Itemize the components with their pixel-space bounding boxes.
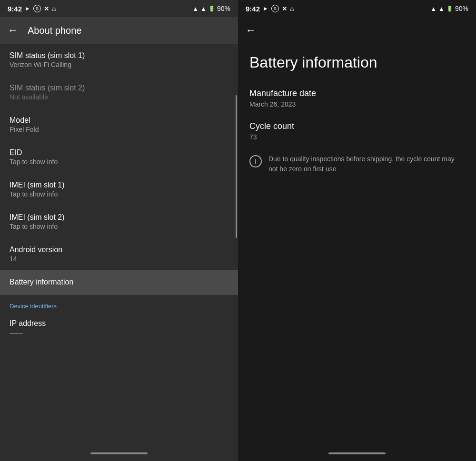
device-identifiers-section-header: Device identifiers	[0, 295, 238, 312]
right-time: 9:42	[246, 5, 260, 13]
settings-item-android-version[interactable]: Android version 14	[0, 238, 238, 270]
imei-2-title: IMEI (sim slot 2)	[10, 213, 228, 222]
battery-page-title: Battery information	[249, 53, 465, 71]
right-wifi-icon: ▲	[430, 5, 436, 12]
cycle-count-section: Cycle count 73	[249, 121, 465, 141]
left-status-bar-left: 9:42 ► S ✕ ⌂	[8, 5, 56, 13]
settings-item-ip-address[interactable]: IP address ——	[0, 312, 238, 344]
settings-item-battery-information[interactable]: Battery information	[0, 270, 238, 295]
left-telegram-icon: ►	[25, 5, 30, 12]
right-telegram-icon: ►	[263, 5, 268, 12]
left-battery-percent: 90%	[217, 5, 230, 12]
right-status-bar-left: 9:42 ► S ✕ ⌂	[246, 5, 294, 13]
info-note-text: Due to quality inspections before shippi…	[268, 154, 465, 174]
right-battery-icon: 🔋	[446, 6, 453, 12]
right-threads-icon: S	[271, 5, 279, 12]
right-top-bar: ←	[238, 17, 476, 44]
android-version-subtitle: 14	[10, 255, 228, 263]
left-status-bar-right: ▲ ▲ 🔋 90%	[192, 5, 230, 12]
sim-slot-1-title: SIM status (sim slot 1)	[10, 51, 228, 60]
left-battery-icon: 🔋	[208, 6, 215, 12]
manufacture-date-section: Manufacture date March 26, 2023	[249, 88, 465, 108]
left-threads-icon: S	[33, 5, 41, 12]
android-version-title: Android version	[10, 245, 228, 254]
battery-information-title: Battery information	[10, 278, 228, 286]
imei-1-title: IMEI (sim slot 1)	[10, 181, 228, 189]
eid-subtitle: Tap to show info	[10, 158, 228, 166]
right-x-icon: ✕	[282, 5, 287, 12]
ip-address-title: IP address	[10, 319, 228, 328]
info-circle-icon: i	[249, 155, 262, 167]
right-status-bar: 9:42 ► S ✕ ⌂ ▲ ▲ 🔋 90%	[238, 0, 476, 17]
settings-item-sim-slot-1[interactable]: SIM status (sim slot 1) Verizon Wi-Fi Ca…	[0, 44, 238, 76]
cycle-count-value: 73	[249, 133, 465, 141]
left-bottom-nav	[0, 450, 238, 461]
left-signal-icon: ▲	[200, 5, 207, 12]
right-home-icon: ⌂	[290, 5, 294, 12]
left-time: 9:42	[8, 5, 22, 13]
settings-item-eid[interactable]: EID Tap to show info	[0, 141, 238, 173]
left-x-icon: ✕	[44, 5, 49, 12]
left-home-indicator	[90, 452, 148, 454]
left-settings-list: SIM status (sim slot 1) Verizon Wi-Fi Ca…	[0, 44, 238, 450]
model-title: Model	[10, 116, 228, 125]
manufacture-date-label: Manufacture date	[249, 88, 465, 98]
left-page-title: About phone	[28, 25, 81, 36]
left-wifi-icon: ▲	[192, 5, 198, 12]
left-panel: 9:42 ► S ✕ ⌂ ▲ ▲ 🔋 90% ← About phone SIM…	[0, 0, 238, 461]
left-home-icon: ⌂	[52, 5, 56, 12]
model-subtitle: Pixel Fold	[10, 126, 228, 133]
left-status-bar: 9:42 ► S ✕ ⌂ ▲ ▲ 🔋 90%	[0, 0, 238, 17]
right-status-bar-right: ▲ ▲ 🔋 90%	[430, 5, 468, 12]
right-bottom-nav	[238, 450, 476, 461]
right-signal-icon: ▲	[438, 5, 445, 12]
left-top-bar: ← About phone	[0, 17, 238, 44]
settings-item-imei-2[interactable]: IMEI (sim slot 2) Tap to show info	[0, 206, 238, 238]
sim-slot-2-title: SIM status (sim slot 2)	[10, 84, 228, 92]
right-back-button[interactable]: ←	[246, 24, 256, 37]
sim-slot-2-subtitle: Not available	[10, 93, 228, 101]
ip-address-subtitle: ——	[10, 329, 228, 336]
cycle-count-label: Cycle count	[249, 121, 465, 131]
imei-2-subtitle: Tap to show info	[10, 223, 228, 230]
scroll-indicator	[236, 95, 237, 238]
settings-item-model[interactable]: Model Pixel Fold	[0, 108, 238, 141]
manufacture-date-value: March 26, 2023	[249, 100, 465, 108]
settings-item-sim-slot-2[interactable]: SIM status (sim slot 2) Not available	[0, 76, 238, 108]
imei-1-subtitle: Tap to show info	[10, 190, 228, 198]
right-battery-percent: 90%	[455, 5, 468, 12]
left-back-button[interactable]: ←	[8, 24, 18, 37]
right-content: Battery information Manufacture date Mar…	[238, 44, 476, 450]
right-panel: 9:42 ► S ✕ ⌂ ▲ ▲ 🔋 90% ← Battery informa…	[238, 0, 476, 461]
sim-slot-1-subtitle: Verizon Wi-Fi Calling	[10, 61, 228, 69]
eid-title: EID	[10, 148, 228, 157]
info-note-row: i Due to quality inspections before ship…	[249, 154, 465, 174]
right-home-indicator	[328, 452, 386, 454]
settings-item-imei-1[interactable]: IMEI (sim slot 1) Tap to show info	[0, 173, 238, 206]
